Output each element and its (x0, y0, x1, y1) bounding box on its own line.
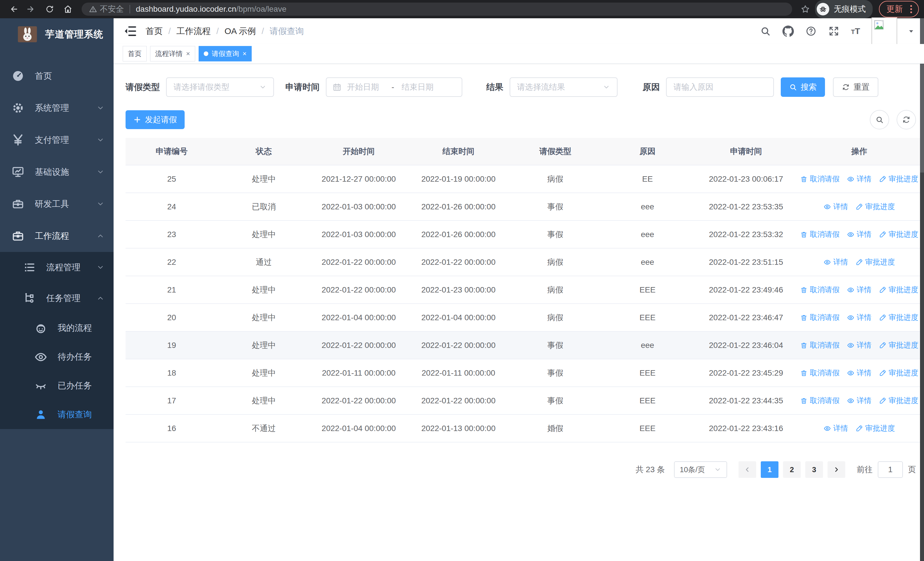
not-secure-warning[interactable]: 不安全 (89, 4, 124, 15)
cell-start: 2021-12-27 00:00:00 (310, 174, 408, 183)
refresh-table-button[interactable] (897, 110, 916, 129)
action-detail-link[interactable]: 详情 (847, 313, 872, 322)
sidebar-item-已办任务[interactable]: 已办任务 (0, 371, 114, 400)
action-detail-link[interactable]: 详情 (824, 202, 848, 212)
sidebar-collapse-icon[interactable] (123, 24, 138, 38)
reset-button[interactable]: 重置 (833, 77, 878, 97)
bookmark-star-button[interactable] (798, 2, 813, 17)
cell-actions: 详情审批进度 (798, 423, 920, 433)
action-progress-link[interactable]: 审批进度 (855, 257, 895, 267)
column-header: 开始时间 (310, 146, 408, 157)
sidebar-item-研发工具[interactable]: 研发工具 (0, 188, 114, 220)
github-icon[interactable] (783, 26, 794, 37)
browser-menu-icon[interactable] (909, 5, 914, 13)
leave-type-select[interactable]: 请选择请假类型 (166, 77, 274, 97)
action-cancel-link[interactable]: 取消请假 (800, 174, 840, 184)
close-icon[interactable]: × (243, 50, 246, 58)
page-scrollbar[interactable] (920, 18, 924, 561)
breadcrumb-item[interactable]: OA 示例 (225, 26, 256, 37)
browser-update-button[interactable]: 更新 (879, 1, 919, 17)
action-progress-link[interactable]: 审批进度 (879, 396, 918, 406)
eye-icon (847, 286, 854, 294)
action-cancel-link[interactable]: 取消请假 (800, 368, 840, 378)
page-button-3[interactable]: 3 (805, 461, 823, 478)
goto-page-input[interactable]: 1 (878, 461, 903, 478)
create-leave-button[interactable]: 发起请假 (126, 110, 184, 129)
face-icon (34, 322, 47, 335)
reason-input[interactable]: 请输入原因 (666, 77, 774, 97)
apply-time-range-picker[interactable]: 开始日期 - 结束日期 (326, 77, 462, 97)
start-date-placeholder: 开始日期 (347, 82, 390, 93)
avatar-caret-icon[interactable] (907, 27, 915, 35)
browser-back-button[interactable] (5, 1, 21, 17)
sidebar-item-流程管理[interactable]: 流程管理 (0, 252, 114, 283)
sidebar-item-待办任务[interactable]: 待办任务 (0, 343, 114, 371)
sidebar-item-支付管理[interactable]: 支付管理 (0, 124, 114, 156)
result-select[interactable]: 请选择流结果 (510, 77, 618, 97)
action-progress-link[interactable]: 审批进度 (879, 313, 918, 322)
sidebar-item-任务管理[interactable]: 任务管理 (0, 283, 114, 314)
address-bar[interactable]: 不安全 dashboard.yudao.iocoder.cn /bpm/oa/l… (82, 3, 792, 16)
action-detail-link[interactable]: 详情 (824, 257, 848, 267)
action-detail-link[interactable]: 详情 (824, 423, 848, 433)
page-button-1[interactable]: 1 (761, 461, 778, 478)
fullscreen-icon[interactable] (828, 26, 840, 37)
sidebar-item-首页[interactable]: 首页 (0, 60, 114, 92)
action-progress-link[interactable]: 审批进度 (879, 340, 918, 350)
action-detail-link[interactable]: 详情 (847, 340, 872, 350)
action-cancel-link[interactable]: 取消请假 (800, 396, 840, 406)
search-icon[interactable] (760, 26, 771, 37)
page-button-2[interactable]: 2 (783, 461, 801, 478)
help-icon[interactable] (805, 26, 817, 37)
sidebar-item-系统管理[interactable]: 系统管理 (0, 92, 114, 124)
action-cancel-link[interactable]: 取消请假 (800, 229, 840, 239)
tab-流程详情[interactable]: 流程详情× (150, 46, 195, 62)
sidebar-logo[interactable]: 芋道管理系统 (0, 18, 114, 50)
close-icon[interactable]: × (186, 50, 190, 58)
action-cancel-link[interactable]: 取消请假 (800, 313, 840, 322)
hide-search-button[interactable] (870, 110, 889, 129)
sidebar-item-我的流程[interactable]: 我的流程 (0, 314, 114, 343)
breadcrumb: 首页/工作流程/OA 示例/请假查询 (146, 26, 304, 37)
action-progress-link[interactable]: 审批进度 (879, 229, 918, 239)
action-label: 审批进度 (889, 285, 918, 295)
chevron-down-icon (96, 263, 105, 271)
url-path: /bpm/oa/leave (236, 5, 286, 14)
browser-forward-button[interactable] (23, 1, 39, 17)
action-progress-link[interactable]: 审批进度 (879, 174, 918, 184)
search-button[interactable]: 搜索 (781, 77, 825, 97)
tab-请假查询[interactable]: 请假查询× (199, 46, 252, 62)
edit-icon (855, 425, 863, 432)
page-size-select[interactable]: 10条/页 (674, 461, 727, 478)
action-detail-link[interactable]: 详情 (847, 285, 872, 295)
action-progress-link[interactable]: 审批进度 (855, 423, 895, 433)
action-progress-link[interactable]: 审批进度 (879, 368, 918, 378)
browser-home-button[interactable] (60, 1, 76, 17)
action-cancel-link[interactable]: 取消请假 (800, 285, 840, 295)
sidebar-item-label: 基础设施 (35, 166, 69, 178)
action-progress-link[interactable]: 审批进度 (855, 202, 895, 212)
action-cancel-link[interactable]: 取消请假 (800, 340, 840, 350)
font-size-icon[interactable]: TT (851, 26, 860, 36)
breadcrumb-item[interactable]: 首页 (146, 26, 163, 37)
sidebar-item-工作流程[interactable]: 工作流程 (0, 220, 114, 252)
prev-page-button[interactable] (738, 461, 756, 478)
next-page-button[interactable] (828, 461, 845, 478)
sidebar-item-基础设施[interactable]: 基础设施 (0, 156, 114, 188)
avatar[interactable] (872, 17, 897, 45)
action-detail-link[interactable]: 详情 (847, 396, 872, 406)
cell-status: 处理中 (218, 312, 310, 323)
breadcrumb-item[interactable]: 工作流程 (176, 26, 211, 37)
tab-首页[interactable]: 首页 (123, 46, 147, 62)
browser-reload-button[interactable] (42, 1, 58, 17)
eye-icon (824, 425, 831, 432)
action-detail-link[interactable]: 详情 (847, 368, 872, 378)
action-detail-link[interactable]: 详情 (847, 174, 872, 184)
action-detail-link[interactable]: 详情 (847, 229, 872, 239)
cell-status: 处理中 (218, 174, 310, 185)
scrollbar-thumb[interactable] (920, 18, 924, 173)
apply-time-label: 申请时间 (285, 81, 320, 93)
cell-reason: eee (602, 341, 694, 350)
sidebar-item-请假查询[interactable]: 请假查询 (0, 400, 114, 429)
action-progress-link[interactable]: 审批进度 (879, 285, 918, 295)
